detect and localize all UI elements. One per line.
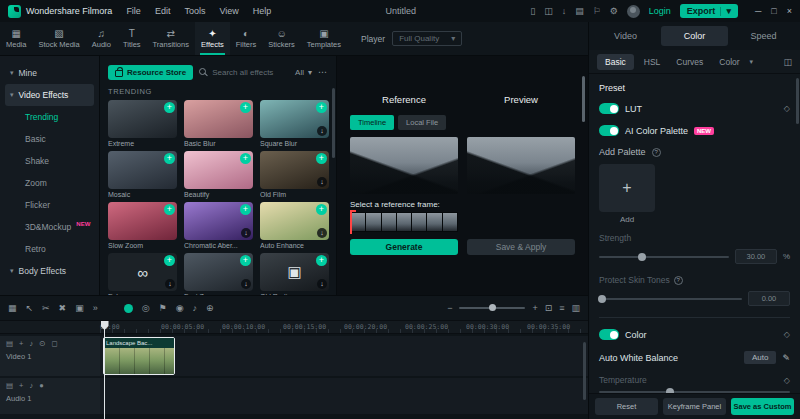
maximize-button[interactable]: □ <box>771 6 776 16</box>
snapshot-icon[interactable]: ◉ <box>176 303 184 313</box>
add-effect-icon[interactable]: + <box>164 102 175 113</box>
lock-track-icon[interactable]: ◻ <box>52 340 58 348</box>
download-icon[interactable]: ↓ <box>165 279 175 289</box>
device-icon[interactable]: ▯ <box>530 7 535 16</box>
keyframe-diamond-icon[interactable]: ◇ <box>784 104 790 113</box>
sidebar-item-zoom[interactable]: Zoom <box>5 172 94 194</box>
effect-item[interactable]: +Extreme <box>108 100 177 148</box>
minimize-button[interactable]: ─ <box>755 6 761 16</box>
add-effect-icon[interactable]: + <box>164 255 175 266</box>
marker-icon[interactable]: ⚑ <box>159 303 167 313</box>
effect-item[interactable]: +Basic Blur <box>184 100 253 148</box>
tab-local-file[interactable]: Local File <box>398 115 446 130</box>
voiceover-icon[interactable]: ♪ <box>192 303 197 313</box>
tab-titles[interactable]: TTitles <box>117 22 147 55</box>
avatar[interactable] <box>627 5 640 18</box>
protect-skin-slider[interactable] <box>599 298 742 300</box>
filter-dropdown[interactable]: All▾ <box>295 68 312 77</box>
add-effect-icon[interactable]: + <box>240 255 251 266</box>
effect-item[interactable]: +↓Chromatic Aber... <box>184 202 253 250</box>
sidebar-item-retro[interactable]: Retro <box>5 238 94 260</box>
export-button[interactable]: Export ▾ <box>680 4 738 18</box>
quality-selector[interactable]: Full Quality ▾ <box>392 31 462 46</box>
add-palette-button[interactable]: + <box>599 164 655 212</box>
add-effect-icon[interactable]: + <box>240 204 251 215</box>
timeline-zoom-slider[interactable] <box>459 307 525 309</box>
tab-audio[interactable]: ♫Audio <box>86 22 117 55</box>
save-apply-button[interactable]: Save & Apply <box>467 239 575 255</box>
subtab-hsl[interactable]: HSL <box>638 54 667 70</box>
keyframe-diamond-icon[interactable]: ◇ <box>784 330 790 339</box>
search-effects[interactable]: Search all effects <box>199 68 273 77</box>
generate-button[interactable]: Generate <box>350 239 458 255</box>
sidebar-item-body-effects[interactable]: ▾Body Effects <box>5 260 94 282</box>
effect-item[interactable]: ∞+↓Echo <box>108 253 177 295</box>
reset-button[interactable]: Reset <box>595 398 658 415</box>
auto-button[interactable]: Auto <box>744 351 776 364</box>
subtab-basic[interactable]: Basic <box>597 54 634 70</box>
menu-edit[interactable]: Edit <box>155 6 171 16</box>
track-size-icon[interactable]: ▤ <box>6 340 13 348</box>
keyframe-diamond-icon[interactable]: ◇ <box>784 376 790 385</box>
add-effect-icon[interactable]: + <box>316 204 327 215</box>
download-icon[interactable]: ↓ <box>317 279 327 289</box>
add-effect-icon[interactable]: + <box>164 153 175 164</box>
delete-icon[interactable]: ✖ <box>59 303 67 313</box>
timeline-clip[interactable]: Landscape Bac... <box>103 337 175 375</box>
effect-item[interactable]: +Mosaic <box>108 151 177 199</box>
notification-icon[interactable]: ⚐ <box>593 7 601 16</box>
download-icon[interactable]: ↓ <box>241 228 251 238</box>
tab-timeline[interactable]: Timeline <box>350 115 394 130</box>
zoom-out-icon[interactable]: − <box>447 303 452 313</box>
tab-color[interactable]: Color <box>661 26 728 46</box>
fit-timeline-icon[interactable]: ⊡ <box>545 303 553 313</box>
import-icon[interactable]: ↓ <box>562 7 567 16</box>
effect-item[interactable]: +Slow Zoom <box>108 202 177 250</box>
ai-color-palette-toggle[interactable] <box>599 125 619 136</box>
subtab-color[interactable]: Color <box>713 54 745 70</box>
keyframe-panel-button[interactable]: Keyframe Panel <box>663 398 726 415</box>
panel-layout-icon[interactable]: ▥ <box>571 303 580 313</box>
reference-filmstrip[interactable] <box>350 212 458 232</box>
effect-item[interactable]: +↓Auto Enhance <box>260 202 329 250</box>
add-effect-icon[interactable]: + <box>316 153 327 164</box>
track-lanes[interactable]: Landscape Bac... <box>100 334 588 419</box>
add-track-icon[interactable]: + <box>19 340 23 348</box>
help-icon[interactable]: ? <box>652 148 661 157</box>
menu-tools[interactable]: Tools <box>184 6 205 16</box>
menu-view[interactable]: View <box>219 6 238 16</box>
mute-track-icon[interactable]: ♪ <box>29 382 33 390</box>
tab-stock-media[interactable]: ▧Stock Media <box>32 22 85 55</box>
crop-icon[interactable]: ▣ <box>75 303 84 313</box>
sidebar-item-basic[interactable]: Basic <box>5 128 94 150</box>
menu-help[interactable]: Help <box>253 6 272 16</box>
effects-scrollbar[interactable] <box>332 88 335 158</box>
compare-view-icon[interactable]: ◫ <box>783 57 792 67</box>
sidebar-item-mine[interactable]: ▾Mine <box>5 62 94 84</box>
timeline-ruler[interactable]: 00:00 00:00:05:00 00:00:10:00 00:00:15:0… <box>0 320 588 334</box>
pointer-icon[interactable]: ↖ <box>26 303 34 313</box>
export-dropdown-icon[interactable]: ▾ <box>726 6 731 16</box>
effect-item[interactable]: +Beautify <box>184 151 253 199</box>
hide-track-icon[interactable]: ⊙ <box>39 340 45 348</box>
temperature-slider[interactable] <box>599 391 790 393</box>
record-icon[interactable] <box>124 304 133 313</box>
tab-effects[interactable]: ✦Effects <box>195 22 230 55</box>
protect-skin-value[interactable]: 0.00 <box>748 291 790 306</box>
zoom-in-icon[interactable]: + <box>532 303 537 313</box>
download-icon[interactable]: ↓ <box>317 228 327 238</box>
help-icon[interactable]: ? <box>674 276 683 285</box>
strength-slider[interactable] <box>599 256 729 258</box>
effect-item[interactable]: +↓Old Film <box>260 151 329 199</box>
chevron-down-icon[interactable]: ▾ <box>750 58 754 66</box>
login-button[interactable]: Login <box>649 6 671 16</box>
properties-scrollbar[interactable] <box>796 78 799 124</box>
timeline-scrollbar[interactable] <box>583 342 586 400</box>
download-icon[interactable]: ↓ <box>317 126 327 136</box>
record-track-icon[interactable]: ● <box>39 382 44 390</box>
lut-toggle[interactable] <box>599 103 619 114</box>
split-icon[interactable]: ✂ <box>42 303 50 313</box>
add-effect-icon[interactable]: + <box>316 255 327 266</box>
effect-item[interactable]: +↓Square Blur <box>260 100 329 148</box>
tab-media[interactable]: ▦Media <box>0 22 32 55</box>
